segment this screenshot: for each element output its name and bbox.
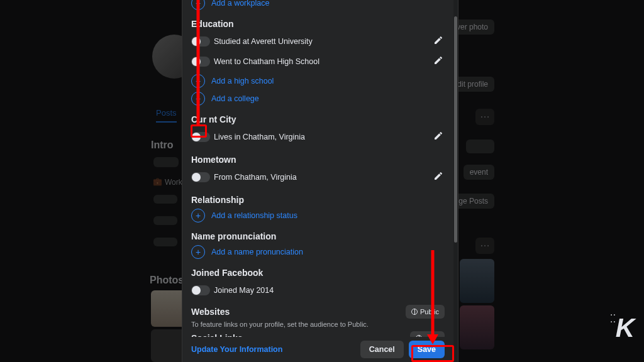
cancel-button[interactable]: Cancel [360,341,404,358]
edit-details-modal: + Add a workplace Education Studied at A… [182,0,458,362]
scrollbar-track [453,0,458,362]
pencil-icon[interactable] [433,55,445,67]
current-city-text: Lives in Chatham, Virginia [214,133,305,141]
plus-icon: + [191,74,205,88]
more-button-2[interactable]: … [475,238,494,254]
pencil-icon[interactable] [433,171,445,182]
hometown-heading: Hometown [191,155,445,165]
current-city-row: Lives in Chatham, Virginia [191,128,445,146]
education-university-text: Studied at Averett University [214,37,313,46]
modal-footer: Update Your Information Cancel Save [182,337,453,362]
feed-photo[interactable] [460,259,494,303]
hometown-row: From Chatham, Virginia [191,168,445,186]
add-workplace-row[interactable]: + Add a workplace [191,0,445,10]
work-icon: 💼 [153,177,162,186]
websites-subtext: To feature links on your profile, set th… [191,321,445,328]
add-highschool-label: Add a high school [211,77,274,85]
relationship-heading: Relationship [191,195,445,205]
joined-facebook-row: Joined May 2014 [191,282,445,299]
save-button[interactable]: Save [409,341,445,358]
intro-placeholder-2 [153,195,177,204]
update-your-information-link[interactable]: Update Your Information [191,345,282,354]
globe-icon [411,309,418,315]
education-highschool-text: Went to Chatham High School [214,57,319,66]
visibility-toggle[interactable] [191,285,210,295]
add-name-pronunciation-row[interactable]: + Add a name pronunciation [191,245,445,259]
plus-icon: + [191,92,205,106]
plus-icon: + [191,209,205,222]
manage-posts-button[interactable]: ge Posts [452,194,494,209]
plus-icon: + [191,0,205,10]
intro-placeholder-3 [153,216,177,225]
education-heading: Education [191,19,445,29]
add-relationship-label: Add a relationship status [211,211,297,220]
add-name-pronunciation-label: Add a name pronunciation [211,248,303,256]
tab-posts[interactable]: Posts [156,108,177,123]
joined-facebook-text: Joined May 2014 [214,286,274,295]
feed-photo[interactable] [460,305,494,349]
add-relationship-row[interactable]: + Add a relationship status [191,209,445,222]
add-highschool-row[interactable]: + Add a high school [191,74,445,88]
life-event-button[interactable]: event [464,165,494,180]
intro-placeholder [153,157,179,167]
pencil-icon[interactable] [433,131,445,142]
websites-audience-button[interactable]: Public [406,305,445,319]
education-highschool-row: Went to Chatham High School [191,53,445,70]
pencil-icon[interactable] [433,35,445,47]
intro-heading: Intro [151,140,174,151]
more-button[interactable]: … [475,109,494,125]
add-workplace-label: Add a workplace [211,0,269,8]
visibility-toggle[interactable] [191,172,210,182]
intro-placeholder-4 [153,238,177,246]
visibility-toggle[interactable] [191,36,210,47]
add-college-row[interactable]: + Add a college [191,92,445,106]
photos-heading: Photos [150,275,184,286]
name-pronunciation-heading: Name pronunciation [191,231,445,241]
visibility-toggle[interactable] [191,57,210,67]
watermark-logo: ∙∙∙∙K [616,313,633,343]
education-university-row: Studied at Averett University [191,33,445,50]
websites-audience-label: Public [420,308,439,315]
current-city-heading: Cur nt City [191,114,445,124]
plus-icon: + [191,245,205,259]
visibility-toggle[interactable] [191,132,210,142]
modal-scroll-area: + Add a workplace Education Studied at A… [182,0,453,362]
bg-button[interactable] [466,140,494,153]
add-college-label: Add a college [211,94,259,103]
hometown-text: From Chatham, Virginia [214,173,297,182]
joined-facebook-heading: Joined Facebook [191,268,445,278]
scrollbar-thumb[interactable] [454,16,457,243]
